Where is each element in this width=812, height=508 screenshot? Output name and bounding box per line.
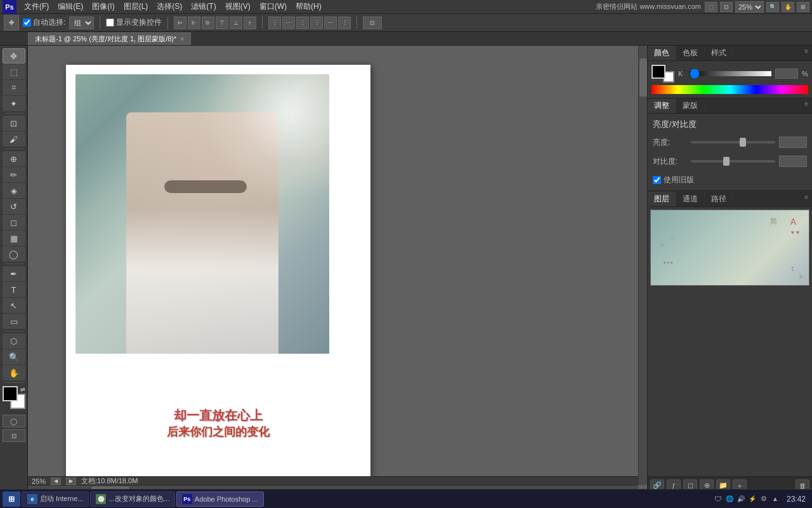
menu-image[interactable]: 图像(I)	[88, 0, 118, 13]
tab-title: 未标题-1 @ 25% (亮度/对比度 1, 图层蒙版/8)*	[35, 34, 176, 44]
zoom-select[interactable]: 25%	[735, 1, 764, 13]
gradient-btn[interactable]: ▦	[3, 231, 25, 246]
menu-layer[interactable]: 图层(L)	[120, 0, 152, 13]
brightness-input[interactable]: 5	[779, 137, 807, 148]
history-brush-btn[interactable]: ↺	[3, 199, 25, 214]
3d-tool-btn[interactable]: ⬡	[3, 333, 25, 349]
align-center-btn[interactable]: ⊩	[188, 17, 200, 29]
legacy-checkbox[interactable]	[653, 176, 661, 184]
taskbar-item-ps[interactable]: Ps Adobe Photoshop ...	[176, 491, 264, 507]
dist-center-btn[interactable]: ⋯	[282, 17, 295, 29]
tray-icon-network[interactable]: 🌐	[724, 494, 735, 504]
tab-paths[interactable]: 路径	[705, 192, 733, 206]
nav-icon[interactable]: 🔍	[766, 2, 779, 12]
show-transform-checkbox[interactable]: 显示变换控件	[106, 17, 162, 28]
color-k-slider[interactable]	[690, 71, 771, 76]
tab-masks[interactable]: 蒙版	[676, 98, 705, 113]
layers-panel-menu-btn[interactable]: ≡	[801, 192, 812, 206]
screen-mode-btn[interactable]: ⊡	[3, 429, 25, 442]
zoom-100-icon[interactable]: ⊞	[797, 2, 809, 12]
brush-tool-btn[interactable]: ✏	[3, 167, 25, 182]
color-spectrum-bar[interactable]	[652, 85, 808, 94]
tray-icon-volume[interactable]: 🔊	[736, 494, 746, 504]
tray-icon-misc2[interactable]: ▲	[770, 494, 780, 504]
tab-color[interactable]: 颜色	[648, 46, 676, 60]
taskbar-item-color[interactable]: ⚪ ...改变对象的颜色...	[90, 491, 174, 507]
status-arrow-btn[interactable]: ◀	[51, 478, 61, 485]
color-k-input[interactable]: 0	[775, 69, 798, 79]
move-tool-btn[interactable]: ✥	[3, 48, 25, 64]
brightness-track[interactable]	[691, 141, 775, 144]
menu-view[interactable]: 视图(V)	[221, 0, 254, 13]
zoom-tool-btn[interactable]: 🔍	[3, 349, 25, 364]
eraser-btn[interactable]: ◻	[3, 215, 25, 230]
path-selection-btn[interactable]: ↖	[3, 298, 25, 313]
fg-color-btn[interactable]	[652, 65, 665, 79]
tab-adjustments[interactable]: 调整	[648, 98, 676, 113]
dist-left-btn[interactable]: ⋮	[268, 17, 281, 29]
tab-swatches[interactable]: 色板	[676, 46, 705, 60]
screen-mode-icon[interactable]: ⊡	[720, 2, 733, 12]
foreground-color-swatch[interactable]	[3, 386, 18, 401]
show-transform-check[interactable]	[106, 18, 114, 27]
eyedropper-btn[interactable]: 🖌	[3, 131, 25, 147]
dist-bottom-btn[interactable]: ⋮	[338, 17, 351, 29]
align-right-btn[interactable]: ⊪	[202, 17, 214, 29]
auto-select-check[interactable]	[23, 18, 31, 27]
tray-icon-misc1[interactable]: ⚙	[759, 494, 769, 504]
menu-select[interactable]: 选择(S)	[153, 0, 186, 13]
shape-tool-btn[interactable]: ▭	[3, 314, 25, 329]
lasso-tool-btn[interactable]: ⌗	[3, 80, 25, 95]
marquee-tool-btn[interactable]: ⬚	[3, 64, 25, 79]
tab-close-btn[interactable]: ×	[180, 36, 184, 43]
dist-top-btn[interactable]: ⋮	[310, 17, 323, 29]
align-middle-btn[interactable]: ⊥	[230, 17, 242, 29]
pen-tool-btn[interactable]: ✒	[3, 266, 25, 281]
menu-help[interactable]: 帮助(H)	[292, 0, 325, 13]
adj-panel-menu-btn[interactable]: ≡	[801, 98, 812, 113]
healing-brush-btn[interactable]: ⊕	[3, 151, 25, 166]
auto-select-checkbox[interactable]: 自动选择:	[23, 17, 65, 28]
contrast-track[interactable]	[691, 160, 775, 163]
tray-icon-power[interactable]: ⚡	[747, 494, 757, 504]
tab-layers[interactable]: 图层	[648, 192, 676, 206]
tool-options-icon[interactable]: ✥	[4, 15, 19, 30]
auto-select-dropdown[interactable]: 组	[69, 17, 94, 29]
color-panel-menu-btn[interactable]: ≡	[801, 46, 812, 60]
align-bottom-btn[interactable]: ⊦	[244, 17, 256, 29]
menu-filter[interactable]: 滤镜(T)	[187, 0, 219, 13]
contrast-thumb[interactable]	[723, 157, 730, 166]
document-tab[interactable]: 未标题-1 @ 25% (亮度/对比度 1, 图层蒙版/8)* ×	[28, 32, 191, 45]
magic-wand-btn[interactable]: ✦	[3, 96, 25, 111]
align-top-btn[interactable]: ⊤	[216, 17, 228, 29]
menu-file[interactable]: 文件(F)	[20, 0, 53, 13]
tab-styles[interactable]: 样式	[705, 46, 733, 60]
swap-colors-icon[interactable]: ⇄	[20, 386, 25, 392]
tab-channels[interactable]: 通道	[676, 192, 705, 206]
dist-right-btn[interactable]: ⋮	[296, 17, 309, 29]
status-arrow-btn2[interactable]: ▶	[66, 478, 76, 485]
hand-tool-btn[interactable]: ✋	[3, 365, 25, 380]
brightness-thumb[interactable]	[740, 138, 746, 147]
auto-align-btn[interactable]: ⊡	[363, 17, 382, 29]
mode-toggle-icon[interactable]: ⬚	[705, 2, 717, 12]
taskbar-item-ie[interactable]: e 启动 Interne...	[22, 491, 89, 507]
crop-tool-btn[interactable]: ⊡	[3, 116, 25, 131]
align-left-btn[interactable]: ⊨	[174, 17, 187, 29]
start-button[interactable]: ⊞	[3, 491, 20, 507]
dodge-btn[interactable]: ◯	[3, 246, 25, 262]
distribute-buttons: ⋮ ⋯ ⋮ ⋮ ⋯ ⋮	[268, 17, 351, 29]
vertical-scrollbar[interactable]	[638, 46, 647, 485]
canvas-area[interactable]: 却一直放在心上 后来你们之间的变化 25% ◀ ▶ 文档:10.8M/18.0M	[28, 46, 647, 494]
thumb-decor-heart2: ♡	[670, 236, 674, 241]
vertical-scroll-thumb[interactable]	[639, 58, 647, 97]
text-tool-btn[interactable]: T	[3, 282, 25, 297]
hand-nav-icon[interactable]: ✋	[782, 2, 794, 12]
contrast-input[interactable]: -8	[779, 156, 807, 167]
quick-mask-btn[interactable]: ◯	[3, 415, 25, 427]
tray-icon-antivirus[interactable]: 🛡	[713, 494, 723, 504]
menu-window[interactable]: 窗口(W)	[256, 0, 291, 13]
dist-middle-btn[interactable]: ⋯	[324, 17, 337, 29]
clone-stamp-btn[interactable]: ◈	[3, 183, 25, 198]
menu-edit[interactable]: 编辑(E)	[54, 0, 87, 13]
